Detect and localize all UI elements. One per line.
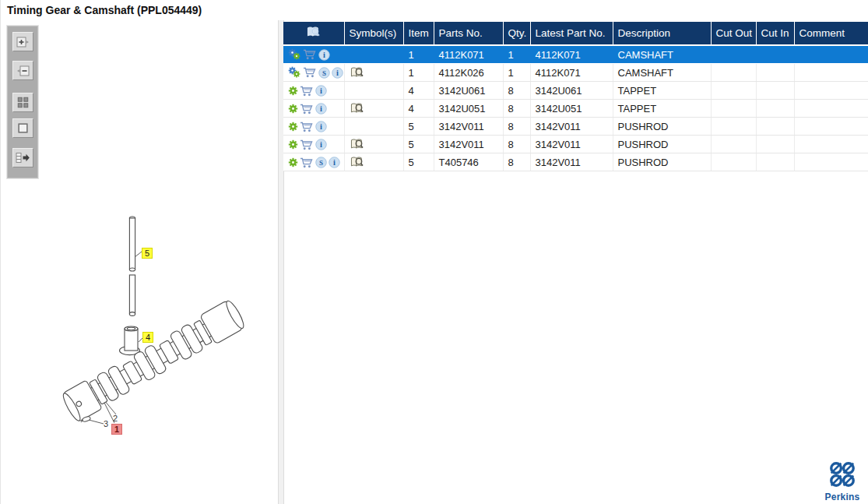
callout-4[interactable]: 4 <box>142 332 153 343</box>
cell-item: 1 <box>403 45 434 64</box>
s-badge-icon[interactable]: S <box>315 157 327 168</box>
gear-icon[interactable] <box>288 139 298 150</box>
double-gear-icon[interactable] <box>288 48 301 61</box>
info-icon[interactable]: i <box>315 103 327 115</box>
callout-3[interactable]: 3 <box>104 419 108 428</box>
s-badge-icon[interactable]: S <box>318 67 330 79</box>
cart-icon[interactable] <box>303 67 317 78</box>
column-header-symbols[interactable]: Symbol(s) <box>344 22 403 45</box>
cell-qty: 8 <box>503 100 530 118</box>
gear-icon[interactable] <box>288 157 298 167</box>
pushrod-part[interactable] <box>129 217 135 315</box>
page-title: Timing Gear & Camshaft (PPL054449) <box>7 4 202 16</box>
cell-cut_out <box>711 153 756 171</box>
cell-comment <box>794 100 868 118</box>
gear-icon[interactable] <box>288 86 298 96</box>
cell-item: 4 <box>403 82 434 100</box>
table-row[interactable]: i43142U05183142U051TAPPET <box>283 100 868 118</box>
cell-cut_in <box>756 136 794 153</box>
row-action-icons: i <box>283 82 344 100</box>
cell-qty: 8 <box>503 136 530 153</box>
column-header-cut_in[interactable]: Cut In <box>756 22 794 45</box>
column-header-parts_no[interactable]: Parts No. <box>434 22 503 45</box>
cell-parts_no: 3142U061 <box>434 82 503 100</box>
cell-parts_no: 3142U051 <box>434 100 503 118</box>
book-search-icon <box>306 29 321 41</box>
symbol-cell <box>344 82 403 100</box>
table-row[interactable]: i53142V01183142V011PUSHROD <box>283 136 868 153</box>
table-row[interactable]: i14112K07114112K071CAMSHAFT <box>283 45 868 64</box>
cell-cut_in <box>756 153 794 171</box>
cell-description: PUSHROD <box>613 136 711 153</box>
cart-icon[interactable] <box>303 49 317 60</box>
callout-1[interactable]: 1 <box>111 424 122 435</box>
gear-icon[interactable] <box>288 122 298 132</box>
info-icon[interactable]: i <box>315 121 327 132</box>
perkins-logo-icon <box>828 460 857 489</box>
fit-all-button[interactable] <box>12 93 33 112</box>
cell-parts_no: T405746 <box>434 153 503 171</box>
table-row[interactable]: i43142U06183142U061TAPPET <box>283 82 868 100</box>
cell-comment <box>794 136 868 153</box>
zoom-out-button[interactable] <box>12 61 33 80</box>
cell-qty: 1 <box>503 64 530 82</box>
cart-icon[interactable] <box>300 157 314 168</box>
info-icon[interactable]: i <box>315 85 327 97</box>
cell-item: 5 <box>403 118 434 136</box>
parts-catalog-window: Timing Gear & Camshaft (PPL054449) <box>0 0 868 504</box>
callout-2[interactable]: 2 <box>113 414 118 423</box>
cell-item: 5 <box>403 153 434 171</box>
table-row[interactable]: Si14112K02614112K071CAMSHAFT <box>283 64 868 82</box>
book-magnifier-icon[interactable] <box>350 66 364 79</box>
svg-text:S: S <box>322 69 326 77</box>
camshaft-diagram <box>1 20 278 504</box>
symbol-cell <box>344 136 403 153</box>
column-header-comment[interactable]: Comment <box>794 22 868 45</box>
symbol-cell <box>344 118 403 136</box>
gear-icon[interactable] <box>288 104 298 114</box>
cell-description: TAPPET <box>613 82 711 100</box>
svg-text:S: S <box>319 159 323 167</box>
info-icon[interactable]: i <box>332 67 343 79</box>
cart-icon[interactable] <box>300 122 314 132</box>
toggle-panel-button[interactable] <box>12 148 33 167</box>
info-icon[interactable]: i <box>315 139 327 150</box>
book-magnifier-icon[interactable] <box>350 138 364 150</box>
fit-page-button[interactable] <box>12 118 33 138</box>
camshaft-part[interactable] <box>60 298 247 423</box>
column-header-item[interactable]: Item <box>403 22 434 45</box>
minus-icon <box>16 65 30 76</box>
book-magnifier-icon[interactable] <box>350 156 364 168</box>
tappet-part[interactable] <box>120 326 140 355</box>
cart-icon[interactable] <box>300 139 314 150</box>
info-icon[interactable]: i <box>318 49 330 61</box>
cell-description: PUSHROD <box>613 118 711 136</box>
table-row[interactable]: i53142V01183142V011PUSHROD <box>283 118 868 136</box>
table-header-row: Symbol(s)ItemParts No.Qty.Latest Part No… <box>283 22 868 45</box>
cell-comment <box>794 118 868 136</box>
cart-icon[interactable] <box>300 86 314 97</box>
double-gear-icon[interactable] <box>288 66 301 79</box>
book-magnifier-icon[interactable] <box>350 102 364 115</box>
square-icon <box>17 122 29 134</box>
cell-cut_in <box>756 100 794 118</box>
cell-parts_no: 3142V011 <box>434 136 503 153</box>
info-icon[interactable]: i <box>329 157 340 168</box>
row-action-icons: Si <box>283 64 344 82</box>
row-action-icons: Si <box>283 153 344 171</box>
column-header-actions[interactable] <box>283 22 344 45</box>
column-header-qty[interactable]: Qty. <box>503 22 530 45</box>
cell-item: 4 <box>403 100 434 118</box>
cell-latest_part_no: 4112K071 <box>530 64 613 82</box>
row-action-icons: i <box>283 136 344 153</box>
column-header-description[interactable]: Description <box>613 22 711 45</box>
callout-5[interactable]: 5 <box>142 248 153 259</box>
row-action-icons: i <box>283 118 344 136</box>
cart-icon[interactable] <box>300 104 314 115</box>
cell-cut_out <box>711 82 756 100</box>
column-header-latest_part_no[interactable]: Latest Part No. <box>530 22 613 45</box>
table-row[interactable]: Si5T40574683142V011PUSHROD <box>283 153 868 171</box>
cell-item: 5 <box>403 136 434 153</box>
zoom-in-button[interactable] <box>12 32 33 51</box>
column-header-cut_out[interactable]: Cut Out <box>711 22 756 45</box>
